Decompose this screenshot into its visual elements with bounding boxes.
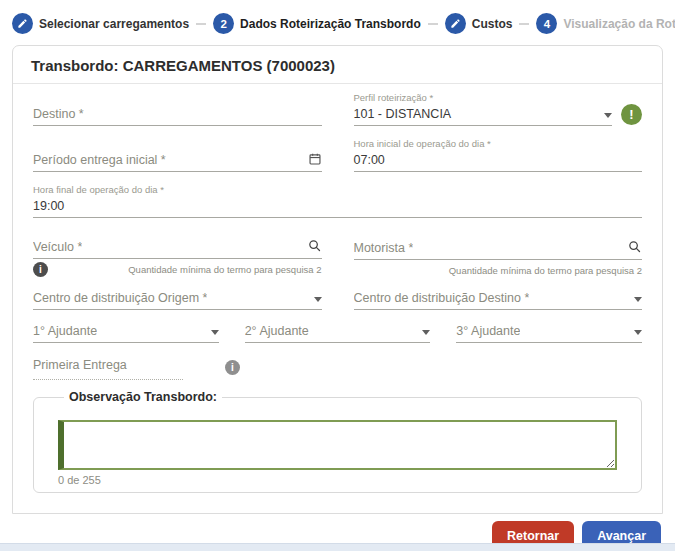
chevron-down-icon <box>314 297 322 302</box>
calendar-icon[interactable] <box>308 152 322 166</box>
info-icon[interactable] <box>33 262 48 277</box>
observacao-legend: Observação Transbordo: <box>64 390 222 404</box>
ajudante-3-select[interactable]: 3° Ajudante <box>456 322 642 343</box>
search-icon[interactable] <box>627 239 642 254</box>
ajudante-2-field: 2° Ajudante <box>245 322 431 343</box>
ajudante-3-field: 3° Ajudante <box>456 322 642 343</box>
hora-final-input[interactable]: 19:00 <box>33 197 642 218</box>
motorista-input[interactable]: Motorista * <box>354 239 643 260</box>
motorista-label: Motorista * <box>354 241 414 255</box>
primeira-entrega-label: Primeira Entrega <box>33 358 127 372</box>
chevron-down-icon <box>422 330 430 335</box>
chevron-down-icon <box>634 297 642 302</box>
primeira-entrega-input[interactable]: Primeira Entrega <box>33 355 183 380</box>
ajudante-1-field: 1° Ajudante <box>33 322 219 343</box>
primeira-entrega-row: Primeira Entrega <box>33 355 642 380</box>
stepper-connector <box>196 23 206 25</box>
ajudante-2-select[interactable]: 2° Ajudante <box>245 322 431 343</box>
character-counter: 0 de 255 <box>58 474 617 486</box>
form-row: 1° Ajudante 2° Ajudante 3° Ajudante <box>33 322 642 343</box>
stepper-connector <box>519 23 529 25</box>
transbordo-form: Destino * Perfil roteirização * 101 - DI… <box>13 84 662 513</box>
stepper-step-visualizacao-rota[interactable]: 4 Visualização da Rota <box>536 13 675 34</box>
hora-inicial-value: 07:00 <box>354 153 385 167</box>
edit-icon <box>12 13 33 34</box>
step-label: Selecionar carregamentos <box>39 17 189 31</box>
destino-input[interactable]: Destino * <box>33 105 322 126</box>
hora-final-value: 19:00 <box>33 199 64 213</box>
perfil-roteirizacao-select[interactable]: 101 - DISTANCIA <box>354 105 613 126</box>
ajudante-3-label: 3° Ajudante <box>456 324 520 338</box>
form-row: Hora final de operação do dia * 19:00 <box>33 184 642 218</box>
stepper-step-custos[interactable]: Custos <box>445 13 513 34</box>
periodo-entrega-inicial-field: Período entrega inicial * <box>33 151 322 172</box>
form-row: Período entrega inicial * Hora inicial d… <box>33 138 642 172</box>
periodo-entrega-inicial-input[interactable]: Período entrega inicial * <box>33 151 322 172</box>
step-number-badge: 2 <box>213 13 234 34</box>
step-number-badge: 4 <box>536 13 557 34</box>
veiculo-hint: Quantidade mínima do termo para pesquisa… <box>128 264 321 275</box>
chevron-down-icon <box>211 330 219 335</box>
ajudante-2-label: 2° Ajudante <box>245 324 309 338</box>
step-label: Custos <box>472 17 513 31</box>
wizard-stepper: Selecionar carregamentos 2 Dados Roteiri… <box>0 0 675 43</box>
veiculo-subrow: Quantidade mínima do termo para pesquisa… <box>33 262 322 277</box>
perfil-roteirizacao-value: 101 - DISTANCIA <box>354 107 452 121</box>
step-label: Visualização da Rota <box>563 17 675 31</box>
chevron-down-icon <box>634 330 642 335</box>
cd-origem-label: Centro de distribuição Origem * <box>33 291 207 305</box>
hora-final-field: Hora final de operação do dia * 19:00 <box>33 184 642 218</box>
hora-final-label: Hora final de operação do dia * <box>33 184 642 195</box>
form-row: Veículo * Quantidade mínima do termo par… <box>33 238 642 277</box>
form-row: Destino * Perfil roteirização * 101 - DI… <box>33 92 642 126</box>
chevron-down-icon <box>604 113 612 118</box>
page-footer-strip <box>0 543 675 551</box>
hora-inicial-label: Hora inicial de operação do dia * <box>354 138 643 149</box>
edit-icon <box>445 13 466 34</box>
stepper-connector <box>428 23 438 25</box>
cd-destino-field: Centro de distribuição Destino * <box>354 289 643 310</box>
periodo-entrega-inicial-label: Período entrega inicial * <box>33 153 166 167</box>
ajudante-1-label: 1° Ajudante <box>33 324 97 338</box>
motorista-hint: Quantidade mínima do termo para pesquisa… <box>449 265 642 276</box>
cd-destino-select[interactable]: Centro de distribuição Destino * <box>354 289 643 310</box>
form-row: Centro de distribuição Origem * Centro d… <box>33 289 642 310</box>
veiculo-label: Veículo * <box>33 240 82 254</box>
step-label: Dados Roteirização Transbordo <box>240 17 421 31</box>
observacao-textarea[interactable] <box>58 420 617 470</box>
perfil-roteirizacao-label: Perfil roteirização * <box>354 92 613 103</box>
spacer <box>33 230 642 238</box>
motorista-field: Motorista * Quantidade mínima do termo p… <box>354 239 643 277</box>
stepper-step-selecionar-carregamentos[interactable]: Selecionar carregamentos <box>12 13 189 34</box>
hora-inicial-field: Hora inicial de operação do dia * 07:00 <box>354 138 643 172</box>
warning-icon[interactable] <box>621 104 642 125</box>
cd-origem-select[interactable]: Centro de distribuição Origem * <box>33 289 322 310</box>
stepper-step-dados-roteirizacao[interactable]: 2 Dados Roteirização Transbordo <box>213 13 421 34</box>
cd-origem-field: Centro de distribuição Origem * <box>33 289 322 310</box>
cd-destino-label: Centro de distribuição Destino * <box>354 291 530 305</box>
page-title: Transbordo: CARREGAMENTOS (7000023) <box>13 46 662 84</box>
observacao-fieldset: Observação Transbordo: 0 de 255 <box>33 390 642 493</box>
ajudante-1-select[interactable]: 1° Ajudante <box>33 322 219 343</box>
perfil-roteirizacao-group: Perfil roteirização * 101 - DISTANCIA <box>354 92 643 126</box>
destino-label: Destino * <box>33 107 84 121</box>
search-icon[interactable] <box>307 238 322 253</box>
destino-field: Destino * <box>33 105 322 126</box>
perfil-roteirizacao-field: Perfil roteirização * 101 - DISTANCIA <box>354 92 613 126</box>
motorista-subrow: Quantidade mínima do termo para pesquisa… <box>354 263 643 277</box>
transbordo-form-panel: Transbordo: CARREGAMENTOS (7000023) Dest… <box>12 45 663 514</box>
hora-inicial-input[interactable]: 07:00 <box>354 151 643 172</box>
veiculo-field: Veículo * Quantidade mínima do termo par… <box>33 238 322 277</box>
veiculo-input[interactable]: Veículo * <box>33 238 322 259</box>
info-icon[interactable] <box>225 360 240 375</box>
